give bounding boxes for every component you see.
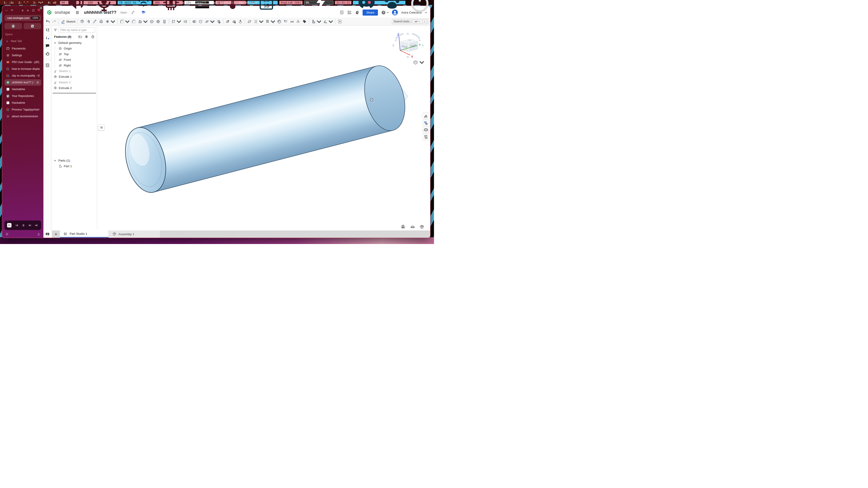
workspace-label[interactable]: 3: *v* xyxy=(33,1,43,4)
tasks-icon[interactable] xyxy=(340,10,344,15)
sidebar-tab[interactable]: about:sessionrestore xyxy=(4,113,41,120)
3d-viewport[interactable]: FrontRightTopZYX (x) xyxy=(97,26,430,230)
feature-item[interactable]: Right xyxy=(52,63,97,68)
appearance-panel-button[interactable] xyxy=(423,113,429,119)
shield-button[interactable]: 2 xyxy=(37,8,41,13)
volume-icon[interactable] xyxy=(35,223,38,227)
search-tools-input[interactable]: Search tools... alt/⌥c xyxy=(392,19,429,25)
configurations-panel-button[interactable] xyxy=(423,127,429,133)
tool-undo-button[interactable] xyxy=(45,18,51,25)
sidebar-tab[interactable]: Passwords xyxy=(4,45,41,52)
tool-hole-button[interactable] xyxy=(155,18,161,25)
sidebar-tab[interactable]: city vs municipality - Goo xyxy=(4,72,41,79)
add-tab-button[interactable] xyxy=(52,230,60,238)
tool-delete-part-button[interactable] xyxy=(216,18,222,25)
tool-chamfer-button[interactable] xyxy=(131,18,137,25)
previous-track-icon[interactable] xyxy=(15,223,19,227)
feature-item[interactable]: Extrude 1 xyxy=(52,74,97,79)
measure-tool-icon[interactable] xyxy=(401,224,406,229)
tool-sweep-button[interactable] xyxy=(92,18,98,25)
new-tab-button[interactable]: New Tab xyxy=(4,38,41,44)
workspace-branch[interactable]: Main xyxy=(121,11,127,14)
tool-draft-button[interactable] xyxy=(137,18,149,25)
tool-sheet-metal-model-button[interactable] xyxy=(283,18,289,25)
new-folder-icon[interactable] xyxy=(78,35,82,39)
pinned-tab-github[interactable] xyxy=(4,23,22,29)
suppress-icon[interactable] xyxy=(85,35,88,39)
feature-item[interactable]: Default geometry xyxy=(52,40,97,46)
settings-gear-icon[interactable] xyxy=(5,232,9,236)
feature-item[interactable]: Origin xyxy=(52,46,97,51)
sidebar-tab[interactable]: Hackatime xyxy=(4,100,41,106)
tool-mirror-button[interactable] xyxy=(182,18,188,25)
bill-of-materials-panel-button[interactable] xyxy=(423,120,429,126)
chevron-down-icon[interactable] xyxy=(54,41,57,44)
app-store-icon[interactable] xyxy=(347,10,352,15)
doc-tab[interactable]: Assembly 1 xyxy=(109,230,160,238)
tool-transform-button[interactable] xyxy=(204,18,215,25)
3d-viewport-canvas[interactable] xyxy=(97,26,430,230)
tool-linear-pattern-button[interactable] xyxy=(161,18,167,25)
tool-bend-button[interactable] xyxy=(322,18,334,25)
workspace-label[interactable]: 2: ^.^ xyxy=(18,1,29,4)
tool-redo-button[interactable] xyxy=(51,18,57,25)
search-tabs-button[interactable] xyxy=(43,230,52,238)
sidebar-tab[interactable]: Hackatime xyxy=(4,86,41,92)
zoom-level-badge[interactable]: 133% xyxy=(31,17,40,20)
tool-split-button[interactable] xyxy=(197,18,204,25)
versions-icon[interactable] xyxy=(45,28,50,32)
filter-input[interactable] xyxy=(59,27,95,33)
feature-item[interactable]: Sketch 1 xyxy=(52,68,97,74)
sidebar-tab[interactable]: how to increase display b xyxy=(4,66,41,72)
url-bar[interactable]: cad.onshape.com 133% xyxy=(4,15,41,21)
forward-icon[interactable] xyxy=(26,9,30,12)
view-options-button[interactable] xyxy=(413,60,424,65)
tasks-icon[interactable] xyxy=(45,63,50,68)
performance-icon[interactable] xyxy=(45,52,50,56)
feature-item[interactable]: Sketch 2 xyxy=(52,79,97,85)
tool-helix-button[interactable] xyxy=(265,18,276,25)
filter-icon[interactable] xyxy=(54,28,57,32)
part-item[interactable]: Part 1 xyxy=(52,163,97,169)
mass-properties-tool-icon[interactable] xyxy=(420,224,424,229)
parts-header-row[interactable]: Parts (1) xyxy=(52,158,97,163)
tool-custom-feature-button[interactable] xyxy=(337,18,343,25)
view-cube[interactable]: FrontRightTopZYX xyxy=(391,32,425,59)
workspace-label[interactable]: 4: xD xyxy=(48,1,56,4)
feature-item[interactable]: Extrude 2 xyxy=(52,85,97,91)
tool-tag-button[interactable] xyxy=(302,18,308,25)
back-icon[interactable] xyxy=(21,9,24,12)
tool-sketch-button[interactable]: Sketch xyxy=(60,18,76,25)
feature-item[interactable]: Top xyxy=(52,51,97,57)
regenerate-icon[interactable] xyxy=(91,35,95,39)
rollback-bar[interactable] xyxy=(53,93,96,94)
downloads-icon[interactable] xyxy=(37,232,40,236)
tool-flange-button[interactable] xyxy=(311,18,322,25)
tool-revolve-button[interactable] xyxy=(86,18,92,25)
tool-instances-button[interactable] xyxy=(295,18,301,25)
feature-list-toggle-button[interactable] xyxy=(98,125,104,131)
pinned-tab-notion[interactable] xyxy=(24,23,41,29)
tool-variable-button[interactable]: (x) xyxy=(289,18,295,25)
tool-plane-button[interactable] xyxy=(246,18,252,25)
tool-replace-face-button[interactable] xyxy=(237,18,243,25)
pause-icon[interactable] xyxy=(22,223,25,227)
next-track-icon[interactable] xyxy=(28,223,32,227)
variables-panel-button[interactable]: (x) xyxy=(423,134,429,140)
tool-boolean-button[interactable] xyxy=(191,18,197,25)
sidebar-tab[interactable]: Settings xyxy=(4,52,41,59)
tool-extrude-button[interactable] xyxy=(79,18,85,25)
sidebar-tab[interactable]: Your Repositories xyxy=(4,93,41,99)
share-link-icon[interactable] xyxy=(131,11,135,14)
status-power-badge[interactable] xyxy=(407,1,433,4)
tool-fill-button[interactable] xyxy=(276,18,282,25)
create-version-icon[interactable] xyxy=(45,36,50,40)
comments-icon[interactable] xyxy=(45,43,50,48)
tool-loft-button[interactable] xyxy=(98,18,104,25)
doc-tab[interactable]: Part Studio 1 xyxy=(60,230,109,238)
tool-pattern-button[interactable] xyxy=(170,18,182,25)
workspace-label[interactable]: 1: :3c xyxy=(4,1,14,4)
reload-icon[interactable] xyxy=(32,9,35,12)
close-icon[interactable] xyxy=(36,80,39,84)
tool-fillet-button[interactable] xyxy=(119,18,130,25)
